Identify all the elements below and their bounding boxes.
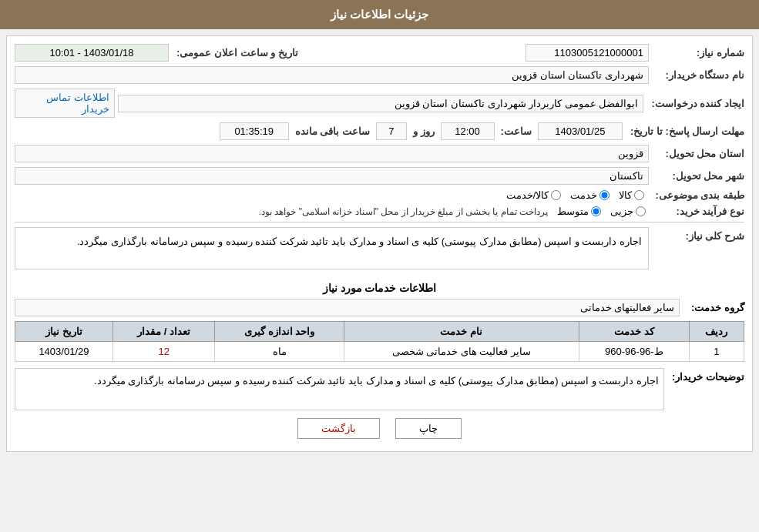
deadline-days: 7: [376, 122, 407, 140]
button-row: چاپ بازگشت: [15, 418, 744, 439]
cell-unit: ماه: [215, 342, 344, 362]
deadline-label: مهلت ارسال پاسخ: تا تاریخ:: [626, 125, 744, 137]
general-desc-label: شرح کلی نیاز:: [652, 227, 744, 242]
col-row-num: ردیف: [689, 322, 744, 342]
page-title: جزئیات اطلاعات نیاز: [331, 8, 428, 21]
delivery-province-row: استان محل تحویل: قزوین: [15, 145, 744, 162]
announce-date-label: تاریخ و ساعت اعلان عمومی:: [172, 47, 298, 59]
table-row: 1 ط-96-96-960 سایر فعالیت های خدماتی شخص…: [15, 342, 744, 362]
cell-quantity: 12: [113, 342, 215, 362]
process-partial-label: جزیی: [610, 206, 633, 217]
process-medium-label: متوسط: [557, 206, 589, 217]
category-goods-label: کالا: [619, 189, 632, 201]
deadline-time-label: ساعت:: [501, 125, 532, 137]
service-group-value: سایر فعالیتهای خدماتی: [15, 299, 680, 316]
buyer-desc-value: اجاره داربست و اسپس (مطابق مدارک پیوستی)…: [15, 368, 664, 410]
divider1: [15, 222, 744, 223]
back-button[interactable]: بازگشت: [297, 418, 380, 439]
service-group-label: گروه خدمت:: [683, 302, 744, 313]
print-button[interactable]: چاپ: [395, 418, 462, 439]
category-goods: کالا: [619, 189, 644, 201]
buyer-desc-label: توضیحات خریدار:: [667, 368, 744, 383]
category-service-label: خدمت: [570, 189, 597, 201]
need-number-value: 1103005121000001: [526, 44, 649, 62]
deadline-date: 1403/01/25: [538, 122, 623, 140]
delivery-city-label: شهر محل تحویل:: [652, 170, 744, 182]
table-header-row: ردیف کد خدمت نام خدمت واحد اندازه گیری ت…: [15, 322, 744, 342]
category-row: طبقه بندی موضوعی: کالا خدمت کالا/خدمت: [15, 189, 744, 201]
cell-service-code: ط-96-96-960: [579, 342, 689, 362]
process-medium-radio[interactable]: [591, 206, 601, 216]
category-label: طبقه بندی موضوعی:: [650, 189, 744, 201]
announce-date-value: 1403/01/18 - 10:01: [15, 44, 169, 62]
delivery-city-value: تاکستان: [15, 167, 649, 185]
category-service: خدمت: [570, 189, 610, 201]
buyer-org-value: شهرداری تاکستان استان قزوین: [15, 66, 649, 84]
process-medium: متوسط: [557, 206, 601, 217]
table-container: ردیف کد خدمت نام خدمت واحد اندازه گیری ت…: [15, 321, 744, 362]
category-goods-radio[interactable]: [634, 190, 644, 200]
category-radio-group: کالا خدمت کالا/خدمت: [506, 189, 645, 201]
remaining-time: 01:35:19: [220, 122, 289, 140]
service-group-row: گروه خدمت: سایر فعالیتهای خدماتی: [15, 299, 744, 316]
need-number-label: شماره نیاز:: [652, 47, 744, 59]
deadline-time: 12:00: [441, 122, 495, 140]
col-need-date: تاریخ نیاز: [15, 322, 113, 342]
services-section-title: اطلاعات خدمات مورد نیاز: [15, 282, 744, 294]
remaining-label: ساعت باقی مانده: [295, 125, 370, 137]
creator-value: ابوالفضل عمومی کاربردار شهرداری تاکستان …: [118, 95, 643, 112]
process-note: پرداخت تمام یا بخشی از مبلغ خریدار از مح…: [259, 206, 548, 217]
page-container: جزئیات اطلاعات نیاز شماره نیاز: 11030051…: [0, 0, 759, 452]
services-table: ردیف کد خدمت نام خدمت واحد اندازه گیری ت…: [15, 321, 744, 362]
general-desc-row: شرح کلی نیاز: اجاره داربست و اسپس (مطابق…: [15, 227, 744, 276]
category-both-label: کالا/خدمت: [506, 189, 549, 201]
buyer-org-row: نام دستگاه خریدار: شهرداری تاکستان استان…: [15, 66, 744, 84]
delivery-province-label: استان محل تحویل:: [652, 148, 744, 159]
delivery-province-value: قزوین: [15, 145, 649, 162]
deadline-row: مهلت ارسال پاسخ: تا تاریخ: 1403/01/25 سا…: [15, 122, 744, 140]
cell-need-date: 1403/01/29: [15, 342, 113, 362]
page-header: جزئیات اطلاعات نیاز: [0, 0, 759, 29]
need-number-row: شماره نیاز: 1103005121000001 تاریخ و ساع…: [15, 44, 744, 62]
col-unit: واحد اندازه گیری: [215, 322, 344, 342]
delivery-city-row: شهر محل تحویل: تاکستان: [15, 167, 744, 185]
process-partial-radio[interactable]: [636, 206, 646, 216]
contact-info-link[interactable]: اطلاعات تماس خریدار: [15, 89, 115, 118]
col-quantity: تعداد / مقدار: [113, 322, 215, 342]
process-row: نوع فرآیند خرید: جزیی متوسط پرداخت تمام …: [15, 206, 744, 217]
buyer-org-label: نام دستگاه خریدار:: [652, 69, 744, 81]
process-options: جزیی متوسط پرداخت تمام یا بخشی از مبلغ خ…: [15, 206, 646, 217]
category-both: کالا/خدمت: [506, 189, 562, 201]
general-desc-value: اجاره داربست و اسپس (مطابق مدارک پیوستی)…: [15, 227, 649, 269]
col-service-code: کد خدمت: [579, 322, 689, 342]
category-both-radio[interactable]: [551, 190, 561, 200]
cell-service-name: سایر فعالیت های خدماتی شخصی: [344, 342, 579, 362]
cell-row-num: 1: [689, 342, 744, 362]
creator-label: ایجاد کننده درخواست:: [646, 98, 744, 109]
category-service-radio[interactable]: [599, 190, 610, 200]
buyer-desc-row: توضیحات خریدار: اجاره داربست و اسپس (مطا…: [15, 368, 744, 410]
main-card: شماره نیاز: 1103005121000001 تاریخ و ساع…: [6, 35, 753, 452]
col-service-name: نام خدمت: [344, 322, 579, 342]
process-label: نوع فرآیند خرید:: [652, 206, 744, 217]
deadline-days-label: روز و: [413, 125, 435, 137]
process-partial: جزیی: [610, 206, 646, 217]
creator-row: ایجاد کننده درخواست: ابوالفضل عمومی کارب…: [15, 89, 744, 118]
